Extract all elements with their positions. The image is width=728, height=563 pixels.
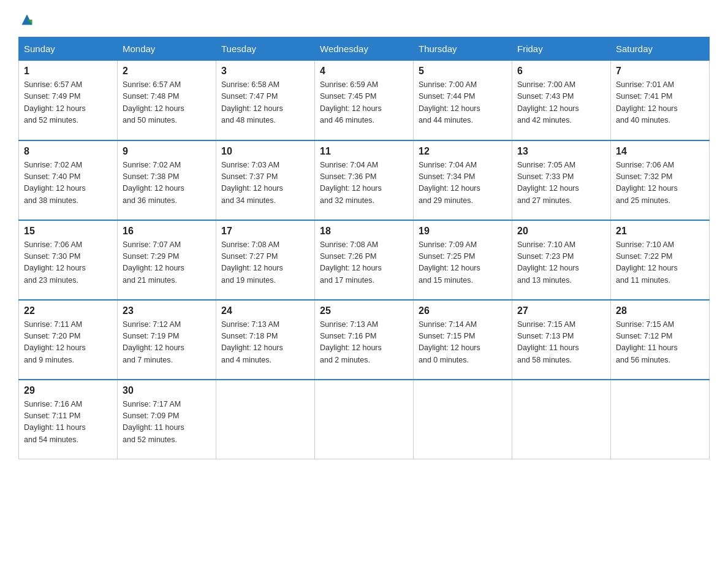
calendar-cell: 9Sunrise: 7:02 AM Sunset: 7:38 PM Daylig… xyxy=(118,140,216,220)
day-number: 2 xyxy=(123,66,211,77)
calendar-cell: 18Sunrise: 7:08 AM Sunset: 7:26 PM Dayli… xyxy=(315,220,414,300)
day-info: Sunrise: 7:11 AM Sunset: 7:20 PM Dayligh… xyxy=(24,319,112,367)
day-number: 24 xyxy=(221,305,309,316)
day-info: Sunrise: 7:01 AM Sunset: 7:41 PM Dayligh… xyxy=(616,79,704,127)
day-info: Sunrise: 7:13 AM Sunset: 7:18 PM Dayligh… xyxy=(221,319,309,367)
calendar-cell: 14Sunrise: 7:06 AM Sunset: 7:32 PM Dayli… xyxy=(611,140,710,220)
calendar-cell: 3Sunrise: 6:58 AM Sunset: 7:47 PM Daylig… xyxy=(216,61,315,140)
day-number: 20 xyxy=(517,226,605,237)
calendar-cell: 11Sunrise: 7:04 AM Sunset: 7:36 PM Dayli… xyxy=(315,140,414,220)
weekday-header-tuesday: Tuesday xyxy=(216,37,315,61)
day-number: 30 xyxy=(123,385,211,396)
day-number: 23 xyxy=(123,305,211,316)
logo-icon xyxy=(20,12,34,27)
weekday-header-monday: Monday xyxy=(118,37,216,61)
calendar-cell: 29Sunrise: 7:16 AM Sunset: 7:11 PM Dayli… xyxy=(19,380,118,459)
day-info: Sunrise: 7:02 AM Sunset: 7:40 PM Dayligh… xyxy=(24,159,112,207)
day-info: Sunrise: 7:14 AM Sunset: 7:15 PM Dayligh… xyxy=(419,319,507,367)
weekday-header-friday: Friday xyxy=(512,37,611,61)
day-number: 8 xyxy=(24,146,112,157)
day-info: Sunrise: 7:08 AM Sunset: 7:26 PM Dayligh… xyxy=(320,239,408,287)
day-info: Sunrise: 7:04 AM Sunset: 7:36 PM Dayligh… xyxy=(320,159,408,207)
calendar-cell xyxy=(512,380,611,459)
calendar-cell: 21Sunrise: 7:10 AM Sunset: 7:22 PM Dayli… xyxy=(611,220,710,300)
day-info: Sunrise: 7:15 AM Sunset: 7:13 PM Dayligh… xyxy=(517,319,605,367)
day-number: 21 xyxy=(616,226,704,237)
day-number: 5 xyxy=(419,66,507,77)
day-info: Sunrise: 7:15 AM Sunset: 7:12 PM Dayligh… xyxy=(616,319,704,367)
day-info: Sunrise: 7:06 AM Sunset: 7:32 PM Dayligh… xyxy=(616,159,704,207)
day-number: 17 xyxy=(221,226,309,237)
calendar-cell: 1Sunrise: 6:57 AM Sunset: 7:49 PM Daylig… xyxy=(19,61,118,140)
day-number: 29 xyxy=(24,385,112,396)
day-number: 27 xyxy=(517,305,605,316)
day-number: 26 xyxy=(419,305,507,316)
calendar-cell: 26Sunrise: 7:14 AM Sunset: 7:15 PM Dayli… xyxy=(414,300,512,380)
day-number: 28 xyxy=(616,305,704,316)
calendar-cell: 5Sunrise: 7:00 AM Sunset: 7:44 PM Daylig… xyxy=(414,61,512,140)
logo xyxy=(18,12,34,27)
day-number: 10 xyxy=(221,146,309,157)
calendar-cell: 4Sunrise: 6:59 AM Sunset: 7:45 PM Daylig… xyxy=(315,61,414,140)
day-number: 13 xyxy=(517,146,605,157)
day-info: Sunrise: 7:10 AM Sunset: 7:22 PM Dayligh… xyxy=(616,239,704,287)
calendar-cell: 19Sunrise: 7:09 AM Sunset: 7:25 PM Dayli… xyxy=(414,220,512,300)
day-number: 3 xyxy=(221,66,309,77)
calendar-week-5: 29Sunrise: 7:16 AM Sunset: 7:11 PM Dayli… xyxy=(19,380,710,459)
day-info: Sunrise: 7:03 AM Sunset: 7:37 PM Dayligh… xyxy=(221,159,309,207)
day-number: 22 xyxy=(24,305,112,316)
weekday-header-thursday: Thursday xyxy=(414,37,512,61)
day-info: Sunrise: 7:00 AM Sunset: 7:44 PM Dayligh… xyxy=(419,79,507,127)
calendar-cell xyxy=(414,380,512,459)
day-info: Sunrise: 6:57 AM Sunset: 7:49 PM Dayligh… xyxy=(24,79,112,127)
calendar-week-4: 22Sunrise: 7:11 AM Sunset: 7:20 PM Dayli… xyxy=(19,300,710,380)
day-number: 6 xyxy=(517,66,605,77)
day-info: Sunrise: 7:00 AM Sunset: 7:43 PM Dayligh… xyxy=(517,79,605,127)
day-info: Sunrise: 7:04 AM Sunset: 7:34 PM Dayligh… xyxy=(419,159,507,207)
calendar-cell: 20Sunrise: 7:10 AM Sunset: 7:23 PM Dayli… xyxy=(512,220,611,300)
page-header xyxy=(18,12,710,27)
calendar-cell: 13Sunrise: 7:05 AM Sunset: 7:33 PM Dayli… xyxy=(512,140,611,220)
day-number: 18 xyxy=(320,226,408,237)
day-info: Sunrise: 7:02 AM Sunset: 7:38 PM Dayligh… xyxy=(123,159,211,207)
day-number: 11 xyxy=(320,146,408,157)
calendar-week-1: 1Sunrise: 6:57 AM Sunset: 7:49 PM Daylig… xyxy=(19,61,710,140)
calendar-cell: 28Sunrise: 7:15 AM Sunset: 7:12 PM Dayli… xyxy=(611,300,710,380)
calendar-cell: 2Sunrise: 6:57 AM Sunset: 7:48 PM Daylig… xyxy=(118,61,216,140)
calendar-cell: 8Sunrise: 7:02 AM Sunset: 7:40 PM Daylig… xyxy=(19,140,118,220)
day-info: Sunrise: 6:57 AM Sunset: 7:48 PM Dayligh… xyxy=(123,79,211,127)
day-number: 16 xyxy=(123,226,211,237)
day-info: Sunrise: 7:06 AM Sunset: 7:30 PM Dayligh… xyxy=(24,239,112,287)
day-number: 1 xyxy=(24,66,112,77)
calendar-cell: 30Sunrise: 7:17 AM Sunset: 7:09 PM Dayli… xyxy=(118,380,216,459)
calendar-cell: 12Sunrise: 7:04 AM Sunset: 7:34 PM Dayli… xyxy=(414,140,512,220)
day-info: Sunrise: 6:59 AM Sunset: 7:45 PM Dayligh… xyxy=(320,79,408,127)
day-number: 12 xyxy=(419,146,507,157)
calendar-cell: 16Sunrise: 7:07 AM Sunset: 7:29 PM Dayli… xyxy=(118,220,216,300)
weekday-header-row: SundayMondayTuesdayWednesdayThursdayFrid… xyxy=(19,37,710,61)
calendar-cell: 15Sunrise: 7:06 AM Sunset: 7:30 PM Dayli… xyxy=(19,220,118,300)
day-number: 19 xyxy=(419,226,507,237)
calendar-cell xyxy=(216,380,315,459)
day-number: 25 xyxy=(320,305,408,316)
calendar-table: SundayMondayTuesdayWednesdayThursdayFrid… xyxy=(18,37,710,459)
weekday-header-sunday: Sunday xyxy=(19,37,118,61)
calendar-cell: 27Sunrise: 7:15 AM Sunset: 7:13 PM Dayli… xyxy=(512,300,611,380)
day-info: Sunrise: 7:13 AM Sunset: 7:16 PM Dayligh… xyxy=(320,319,408,367)
day-number: 4 xyxy=(320,66,408,77)
day-info: Sunrise: 7:05 AM Sunset: 7:33 PM Dayligh… xyxy=(517,159,605,207)
calendar-cell: 6Sunrise: 7:00 AM Sunset: 7:43 PM Daylig… xyxy=(512,61,611,140)
calendar-cell: 24Sunrise: 7:13 AM Sunset: 7:18 PM Dayli… xyxy=(216,300,315,380)
day-info: Sunrise: 7:12 AM Sunset: 7:19 PM Dayligh… xyxy=(123,319,211,367)
day-number: 7 xyxy=(616,66,704,77)
calendar-cell xyxy=(315,380,414,459)
day-number: 14 xyxy=(616,146,704,157)
calendar-week-2: 8Sunrise: 7:02 AM Sunset: 7:40 PM Daylig… xyxy=(19,140,710,220)
calendar-cell: 17Sunrise: 7:08 AM Sunset: 7:27 PM Dayli… xyxy=(216,220,315,300)
calendar-cell: 7Sunrise: 7:01 AM Sunset: 7:41 PM Daylig… xyxy=(611,61,710,140)
day-info: Sunrise: 7:16 AM Sunset: 7:11 PM Dayligh… xyxy=(24,399,112,446)
calendar-cell xyxy=(611,380,710,459)
weekday-header-wednesday: Wednesday xyxy=(315,37,414,61)
day-number: 15 xyxy=(24,226,112,237)
day-info: Sunrise: 7:09 AM Sunset: 7:25 PM Dayligh… xyxy=(419,239,507,287)
